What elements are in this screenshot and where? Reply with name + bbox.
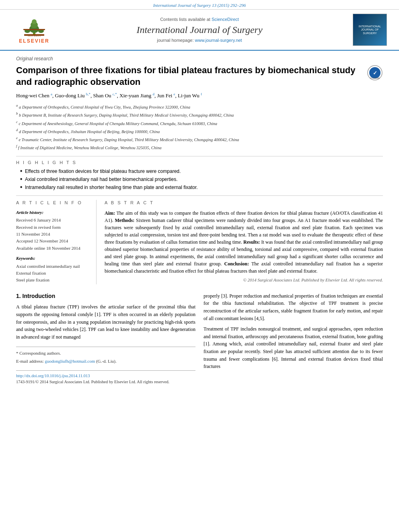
abstract-column: A B S T R A C T Aim: The aim of this stu… [105,200,383,284]
highlight-3: Intramedullary nail resulted in shorter … [20,184,383,191]
keyword-1: Axial controlled intramedullary nail [16,263,90,269]
affil-e: e e Traumatic Center, Institute of Resea… [16,136,383,143]
intro-paragraph-1: A tibial plateau fracture (TPF) involves… [16,303,195,341]
authors-line: Hong-wei Chen a, Guo-dong Liu b,*, Shan … [16,92,383,100]
article-title-section: Comparison of three fixations for tibial… [16,65,383,88]
sciencedirect-link[interactable]: ScienceDirect [212,17,239,22]
history-revised-date: 11 November 2014 [16,231,90,237]
highlights-section: H I G H L I G H T S Effects of three fix… [16,156,383,191]
highlights-list: Effects of three fixation devices for ti… [16,168,383,191]
journal-citation: International Journal of Surgery 13 (201… [153,3,246,8]
history-received: Received 6 January 2014 [16,217,90,223]
article-info-label: A R T I C L E I N F O [16,200,90,206]
affil-b: b b Department B, Institute of Research … [16,111,383,118]
svg-text:CrossMark: CrossMark [370,77,380,79]
body-left-column: 1. Introduction A tibial plateau fractur… [16,292,195,385]
footnote-corresponding: * Corresponding authors. [16,350,195,356]
crossmark-icon: ✓ CrossMark [367,65,383,80]
keyword-3: Steel plate fixation [16,277,90,283]
sciencedirect-line: Contents lists available at ScienceDirec… [64,16,335,23]
affil-f: f f Institute of Digitized Medicine, Wen… [16,144,383,151]
journal-title-header: International Journal of Surgery [64,24,335,36]
intro-section-title: 1. Introduction [16,292,195,300]
elsevier-logo-area: NON SOLUS ELSEVIER [12,15,56,45]
article-info-column: A R T I C L E I N F O Article history: R… [16,200,97,284]
svg-text:NON SOLUS: NON SOLUS [27,35,41,37]
svg-point-3 [32,19,37,24]
main-content: Original research Comparison of three fi… [0,51,399,393]
footer-issn: 1743-9191/© 2014 Surgical Associates Ltd… [16,379,195,385]
history-revised-label: Received in revised form [16,224,90,230]
doi-link[interactable]: http://dx.doi.org/10.1016/j.ijsu.2014.11… [16,374,90,378]
journal-center: Contents lists available at ScienceDirec… [56,16,343,44]
journal-top-bar: International Journal of Surgery 13 (201… [0,0,399,10]
abstract-text: Aim: The aim of this study was to compar… [105,210,383,275]
article-type: Original research [16,55,383,62]
history-accepted: Accepted 12 November 2014 [16,238,90,244]
elsevier-tree-icon: NON SOLUS [20,15,48,37]
history-online: Available online 18 November 2014 [16,245,90,251]
copyright-line: © 2014 Surgical Associates Ltd. Publishe… [105,277,383,283]
keyword-2: External fixation [16,270,90,276]
keywords-label: Keywords: [16,255,90,261]
affil-c: c c Department of Anesthesiology, Genera… [16,119,383,127]
body-section: 1. Introduction A tibial plateau fractur… [16,292,383,385]
svg-text:✓: ✓ [373,70,377,76]
page-footer: http://dx.doi.org/10.1016/j.ijsu.2014.11… [16,370,195,385]
journal-homepage-line: journal homepage: www.journal-surgery.ne… [64,37,335,43]
affil-d: d d Department of Orthopedics, Jishuitan… [16,127,383,135]
article-title: Comparison of three fixations for tibial… [16,65,367,88]
footnote-section: * Corresponding authors. E-mail address:… [16,347,195,364]
article-history-label: Article history: [16,210,90,216]
highlight-1: Effects of three fixation devices for ti… [20,168,383,175]
journal-homepage-link[interactable]: www.journal-surgery.net [195,38,242,43]
article-info-abstract-section: A R T I C L E I N F O Article history: R… [16,195,383,284]
highlights-label: H I G H L I G H T S [16,156,383,166]
highlight-2: Axial controlled intramedullary nail had… [20,176,383,183]
abstract-label: A B S T R A C T [105,200,383,206]
affiliations: a a Department of Orthopedics, Central H… [16,103,383,151]
elsevier-wordmark: ELSEVIER [19,38,49,45]
journal-cover-image: INTERNATIONAL JOURNAL OF SURGERY [353,14,387,46]
affil-a: a a Department of Orthopedics, Central H… [16,103,383,110]
elsevier-logo: NON SOLUS ELSEVIER [19,15,49,45]
journal-logo-right: INTERNATIONAL JOURNAL OF SURGERY [343,14,387,46]
footnote-email-link[interactable]: guodongliufh@hotmail.com [45,359,95,364]
journal-header: NON SOLUS ELSEVIER Contents lists availa… [0,10,399,51]
right-paragraph-2: Treatment of TPF includes nonsurgical tr… [204,325,383,370]
right-paragraph-1: properly [3]. Proper reduction and mecha… [204,292,383,322]
crossmark-badge: ✓ CrossMark [367,65,383,81]
body-right-column: properly [3]. Proper reduction and mecha… [204,292,383,385]
svg-rect-7 [23,29,45,30]
footnote-email: E-mail address: guodongliufh@hotmail.com… [16,358,195,364]
